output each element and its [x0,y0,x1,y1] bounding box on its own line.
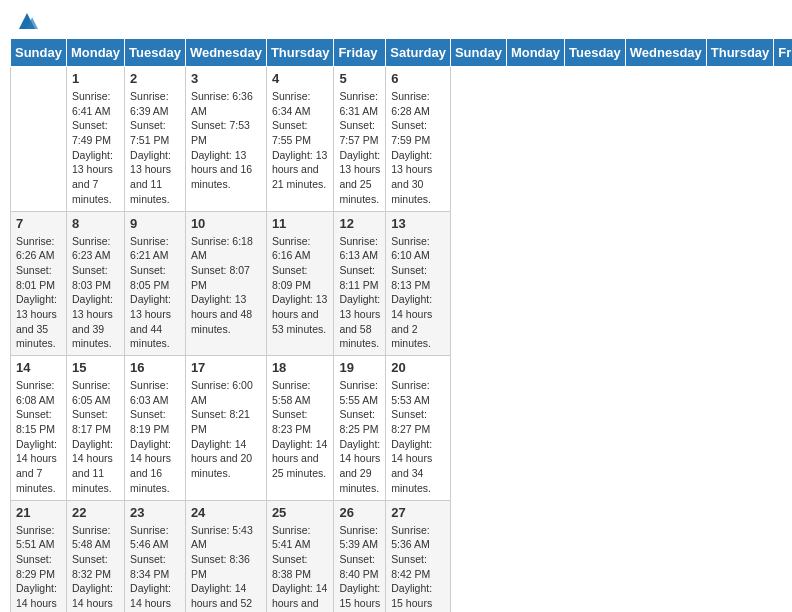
day-info: Sunrise: 5:39 AMSunset: 8:40 PMDaylight:… [339,523,380,613]
calendar-cell: 17Sunrise: 6:00 AMSunset: 8:21 PMDayligh… [185,356,266,501]
column-header-sunday: Sunday [11,39,67,67]
day-info: Sunrise: 6:16 AMSunset: 8:09 PMDaylight:… [272,234,329,337]
day-number: 12 [339,216,380,231]
calendar-cell: 21Sunrise: 5:51 AMSunset: 8:29 PMDayligh… [11,500,67,612]
calendar-cell: 23Sunrise: 5:46 AMSunset: 8:34 PMDayligh… [125,500,186,612]
day-number: 4 [272,71,329,86]
day-info: Sunrise: 6:21 AMSunset: 8:05 PMDaylight:… [130,234,180,352]
day-number: 5 [339,71,380,86]
day-info: Sunrise: 6:05 AMSunset: 8:17 PMDaylight:… [72,378,119,496]
calendar-cell: 11Sunrise: 6:16 AMSunset: 8:09 PMDayligh… [266,211,334,356]
page-header [10,10,782,32]
column-header-tuesday: Tuesday [565,39,626,67]
calendar-cell: 5Sunrise: 6:31 AMSunset: 7:57 PMDaylight… [334,67,386,212]
calendar-cell: 12Sunrise: 6:13 AMSunset: 8:11 PMDayligh… [334,211,386,356]
calendar-cell: 25Sunrise: 5:41 AMSunset: 8:38 PMDayligh… [266,500,334,612]
day-number: 21 [16,505,61,520]
day-info: Sunrise: 6:41 AMSunset: 7:49 PMDaylight:… [72,89,119,207]
calendar-cell [11,67,67,212]
day-info: Sunrise: 5:36 AMSunset: 8:42 PMDaylight:… [391,523,445,613]
day-number: 8 [72,216,119,231]
calendar-week-3: 14Sunrise: 6:08 AMSunset: 8:15 PMDayligh… [11,356,793,501]
day-number: 22 [72,505,119,520]
column-header-wednesday: Wednesday [625,39,706,67]
column-header-wednesday: Wednesday [185,39,266,67]
day-number: 15 [72,360,119,375]
day-number: 23 [130,505,180,520]
day-info: Sunrise: 5:46 AMSunset: 8:34 PMDaylight:… [130,523,180,613]
column-header-friday: Friday [334,39,386,67]
day-info: Sunrise: 6:10 AMSunset: 8:13 PMDaylight:… [391,234,445,352]
logo-icon [16,10,38,32]
calendar-cell: 14Sunrise: 6:08 AMSunset: 8:15 PMDayligh… [11,356,67,501]
column-header-monday: Monday [506,39,564,67]
day-info: Sunrise: 6:23 AMSunset: 8:03 PMDaylight:… [72,234,119,352]
calendar-cell: 9Sunrise: 6:21 AMSunset: 8:05 PMDaylight… [125,211,186,356]
day-info: Sunrise: 6:03 AMSunset: 8:19 PMDaylight:… [130,378,180,496]
day-number: 1 [72,71,119,86]
calendar-cell: 26Sunrise: 5:39 AMSunset: 8:40 PMDayligh… [334,500,386,612]
calendar-cell: 8Sunrise: 6:23 AMSunset: 8:03 PMDaylight… [66,211,124,356]
logo [14,10,38,32]
day-number: 19 [339,360,380,375]
column-header-friday: Friday [774,39,792,67]
day-number: 26 [339,505,380,520]
day-number: 6 [391,71,445,86]
day-info: Sunrise: 6:00 AMSunset: 8:21 PMDaylight:… [191,378,261,481]
calendar-cell: 22Sunrise: 5:48 AMSunset: 8:32 PMDayligh… [66,500,124,612]
day-number: 17 [191,360,261,375]
calendar-cell: 6Sunrise: 6:28 AMSunset: 7:59 PMDaylight… [386,67,451,212]
day-info: Sunrise: 6:39 AMSunset: 7:51 PMDaylight:… [130,89,180,207]
day-number: 2 [130,71,180,86]
calendar-cell: 27Sunrise: 5:36 AMSunset: 8:42 PMDayligh… [386,500,451,612]
day-info: Sunrise: 5:48 AMSunset: 8:32 PMDaylight:… [72,523,119,613]
day-info: Sunrise: 6:31 AMSunset: 7:57 PMDaylight:… [339,89,380,207]
day-number: 14 [16,360,61,375]
day-info: Sunrise: 6:34 AMSunset: 7:55 PMDaylight:… [272,89,329,192]
column-header-thursday: Thursday [706,39,774,67]
calendar-cell: 4Sunrise: 6:34 AMSunset: 7:55 PMDaylight… [266,67,334,212]
calendar-header-row: SundayMondayTuesdayWednesdayThursdayFrid… [11,39,793,67]
day-info: Sunrise: 5:58 AMSunset: 8:23 PMDaylight:… [272,378,329,481]
calendar-cell: 1Sunrise: 6:41 AMSunset: 7:49 PMDaylight… [66,67,124,212]
day-number: 13 [391,216,445,231]
day-number: 10 [191,216,261,231]
day-number: 9 [130,216,180,231]
calendar-week-2: 7Sunrise: 6:26 AMSunset: 8:01 PMDaylight… [11,211,793,356]
calendar-cell: 2Sunrise: 6:39 AMSunset: 7:51 PMDaylight… [125,67,186,212]
day-number: 24 [191,505,261,520]
calendar-cell: 24Sunrise: 5:43 AMSunset: 8:36 PMDayligh… [185,500,266,612]
day-number: 3 [191,71,261,86]
column-header-tuesday: Tuesday [125,39,186,67]
day-info: Sunrise: 5:41 AMSunset: 8:38 PMDaylight:… [272,523,329,613]
day-number: 16 [130,360,180,375]
calendar-week-1: 1Sunrise: 6:41 AMSunset: 7:49 PMDaylight… [11,67,793,212]
day-info: Sunrise: 6:13 AMSunset: 8:11 PMDaylight:… [339,234,380,352]
calendar-cell: 13Sunrise: 6:10 AMSunset: 8:13 PMDayligh… [386,211,451,356]
day-info: Sunrise: 5:55 AMSunset: 8:25 PMDaylight:… [339,378,380,496]
day-info: Sunrise: 6:18 AMSunset: 8:07 PMDaylight:… [191,234,261,337]
day-info: Sunrise: 5:51 AMSunset: 8:29 PMDaylight:… [16,523,61,613]
calendar-week-4: 21Sunrise: 5:51 AMSunset: 8:29 PMDayligh… [11,500,793,612]
day-number: 27 [391,505,445,520]
day-info: Sunrise: 5:43 AMSunset: 8:36 PMDaylight:… [191,523,261,613]
calendar-cell: 18Sunrise: 5:58 AMSunset: 8:23 PMDayligh… [266,356,334,501]
day-info: Sunrise: 6:28 AMSunset: 7:59 PMDaylight:… [391,89,445,207]
day-info: Sunrise: 6:08 AMSunset: 8:15 PMDaylight:… [16,378,61,496]
column-header-saturday: Saturday [386,39,451,67]
calendar-cell: 20Sunrise: 5:53 AMSunset: 8:27 PMDayligh… [386,356,451,501]
calendar-cell: 3Sunrise: 6:36 AMSunset: 7:53 PMDaylight… [185,67,266,212]
day-info: Sunrise: 6:36 AMSunset: 7:53 PMDaylight:… [191,89,261,192]
calendar-cell: 15Sunrise: 6:05 AMSunset: 8:17 PMDayligh… [66,356,124,501]
day-info: Sunrise: 6:26 AMSunset: 8:01 PMDaylight:… [16,234,61,352]
day-number: 7 [16,216,61,231]
column-header-thursday: Thursday [266,39,334,67]
column-header-monday: Monday [66,39,124,67]
calendar-cell: 7Sunrise: 6:26 AMSunset: 8:01 PMDaylight… [11,211,67,356]
calendar-cell: 10Sunrise: 6:18 AMSunset: 8:07 PMDayligh… [185,211,266,356]
day-number: 11 [272,216,329,231]
day-number: 20 [391,360,445,375]
day-number: 25 [272,505,329,520]
day-number: 18 [272,360,329,375]
day-info: Sunrise: 5:53 AMSunset: 8:27 PMDaylight:… [391,378,445,496]
